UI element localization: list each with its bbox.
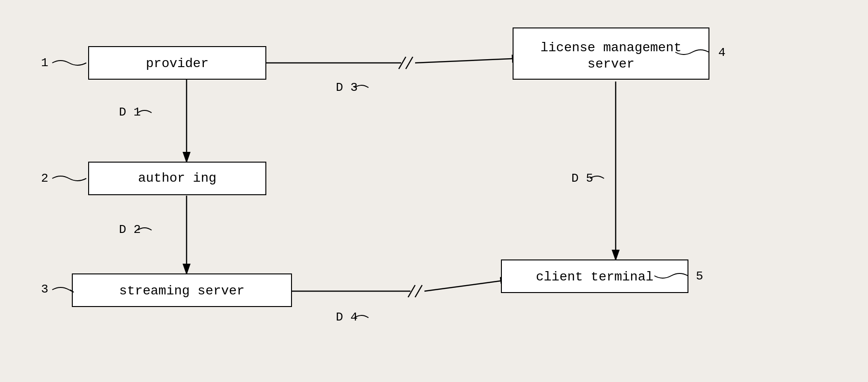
streaming-server-label: streaming server xyxy=(119,284,245,298)
node-index-5: 5 xyxy=(696,269,703,283)
client-terminal-label: client terminal xyxy=(536,270,653,284)
license-server-label-2: server xyxy=(588,57,635,71)
provider-label: provider xyxy=(146,56,208,71)
node-index-4: 4 xyxy=(718,46,726,60)
node-index-1: 1 xyxy=(41,56,49,70)
d3-label: D 3 xyxy=(336,81,358,95)
diagram-container: provider author ing streaming server lic… xyxy=(0,0,868,382)
d5-label: D 5 xyxy=(571,171,593,185)
license-server-label-1: license management xyxy=(541,41,681,55)
node-index-3: 3 xyxy=(41,282,49,296)
authoring-label: author ing xyxy=(138,171,216,185)
node-index-2: 2 xyxy=(41,171,49,185)
